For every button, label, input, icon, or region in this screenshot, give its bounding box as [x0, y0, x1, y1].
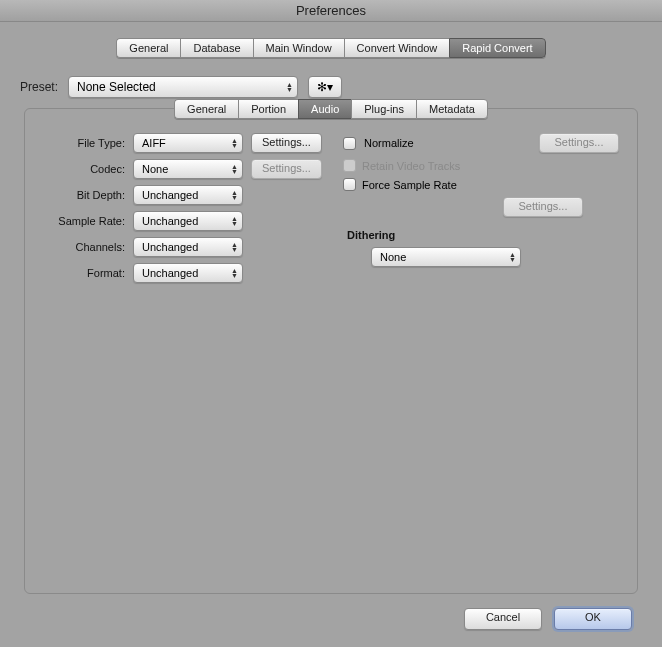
ok-button[interactable]: OK [554, 608, 632, 630]
tab-main-window[interactable]: Main Window [253, 38, 344, 58]
row-file-type: File Type: AIFF ▲▼ Settings... [43, 133, 333, 153]
value-channels: Unchanged [142, 241, 198, 253]
preset-gear-button[interactable]: ✻▾ [308, 76, 342, 98]
updown-icon: ▲▼ [231, 190, 238, 200]
checkbox-normalize[interactable] [343, 137, 356, 150]
updown-icon: ▲▼ [509, 252, 516, 262]
cancel-button[interactable]: Cancel [464, 608, 542, 630]
row-force-sample-rate: Force Sample Rate [343, 178, 619, 191]
updown-icon: ▲▼ [231, 216, 238, 226]
label-file-type: File Type: [43, 137, 125, 149]
label-dithering-section: Dithering [347, 229, 619, 241]
left-column: File Type: AIFF ▲▼ Settings... Codec: No… [43, 133, 333, 289]
label-channels: Channels: [43, 241, 125, 253]
row-sample-rate: Sample Rate: Unchanged ▲▼ [43, 211, 333, 231]
tab-rapid-convert[interactable]: Rapid Convert [449, 38, 545, 58]
label-sample-rate: Sample Rate: [43, 215, 125, 227]
value-format: Unchanged [142, 267, 198, 279]
subtab-audio[interactable]: Audio [298, 99, 351, 119]
select-format[interactable]: Unchanged ▲▼ [133, 263, 243, 283]
gear-icon: ✻▾ [317, 80, 333, 94]
subtab-general[interactable]: General [174, 99, 238, 119]
row-channels: Channels: Unchanged ▲▼ [43, 237, 333, 257]
select-file-type[interactable]: AIFF ▲▼ [133, 133, 243, 153]
checkbox-retain-video [343, 159, 356, 172]
row-normalize: Normalize Settings... [343, 133, 619, 153]
label-normalize: Normalize [364, 137, 414, 149]
settings-codec-button: Settings... [251, 159, 322, 179]
updown-icon: ▲▼ [231, 242, 238, 252]
select-bit-depth[interactable]: Unchanged ▲▼ [133, 185, 243, 205]
dialog-footer: Cancel OK [12, 602, 650, 630]
value-dithering: None [380, 251, 406, 263]
select-codec[interactable]: None ▲▼ [133, 159, 243, 179]
preferences-window: Preferences General Database Main Window… [0, 0, 662, 647]
row-format: Format: Unchanged ▲▼ [43, 263, 333, 283]
value-file-type: AIFF [142, 137, 166, 149]
value-bit-depth: Unchanged [142, 189, 198, 201]
updown-icon: ▲▼ [231, 138, 238, 148]
subtab-portion[interactable]: Portion [238, 99, 298, 119]
settings-normalize-button: Settings... [539, 133, 619, 153]
content-top: General Database Main Window Convert Win… [0, 22, 662, 630]
select-dithering[interactable]: None ▲▼ [371, 247, 521, 267]
value-sample-rate: Unchanged [142, 215, 198, 227]
row-retain-video: Retain Video Tracks [343, 159, 619, 172]
tab-convert-window[interactable]: Convert Window [344, 38, 450, 58]
tab-database[interactable]: Database [180, 38, 252, 58]
subtab-metadata[interactable]: Metadata [416, 99, 488, 119]
inner-tab-group: General Portion Audio Plug-ins Metadata [174, 99, 488, 119]
settings-file-type-button[interactable]: Settings... [251, 133, 322, 153]
audio-panel: File Type: AIFF ▲▼ Settings... Codec: No… [25, 129, 637, 289]
label-codec: Codec: [43, 163, 125, 175]
select-channels[interactable]: Unchanged ▲▼ [133, 237, 243, 257]
inner-tabbar: General Portion Audio Plug-ins Metadata [25, 99, 637, 119]
updown-icon: ▲▼ [231, 164, 238, 174]
window-title: Preferences [0, 0, 662, 22]
value-codec: None [142, 163, 168, 175]
settings-force-sr-button: Settings... [503, 197, 583, 217]
label-retain-video: Retain Video Tracks [362, 160, 460, 172]
select-sample-rate[interactable]: Unchanged ▲▼ [133, 211, 243, 231]
updown-icon: ▲▼ [286, 82, 293, 92]
label-force-sample-rate: Force Sample Rate [362, 179, 457, 191]
row-dithering: None ▲▼ [343, 247, 619, 267]
row-bit-depth: Bit Depth: Unchanged ▲▼ [43, 185, 333, 205]
right-column: Normalize Settings... Retain Video Track… [343, 133, 619, 289]
checkbox-force-sample-rate[interactable] [343, 178, 356, 191]
updown-icon: ▲▼ [231, 268, 238, 278]
preset-row: Preset: None Selected ▲▼ ✻▾ [20, 76, 642, 98]
settings-group: General Portion Audio Plug-ins Metadata … [24, 108, 638, 594]
subtab-plugins[interactable]: Plug-ins [351, 99, 416, 119]
top-tab-group: General Database Main Window Convert Win… [116, 38, 545, 58]
row-codec: Codec: None ▲▼ Settings... [43, 159, 333, 179]
tab-general[interactable]: General [116, 38, 180, 58]
label-format: Format: [43, 267, 125, 279]
preset-value: None Selected [77, 80, 156, 94]
preset-select[interactable]: None Selected ▲▼ [68, 76, 298, 98]
row-force-sr-settings: Settings... [343, 197, 583, 217]
label-bit-depth: Bit Depth: [43, 189, 125, 201]
top-tabbar: General Database Main Window Convert Win… [12, 38, 650, 58]
preset-label: Preset: [20, 80, 58, 94]
